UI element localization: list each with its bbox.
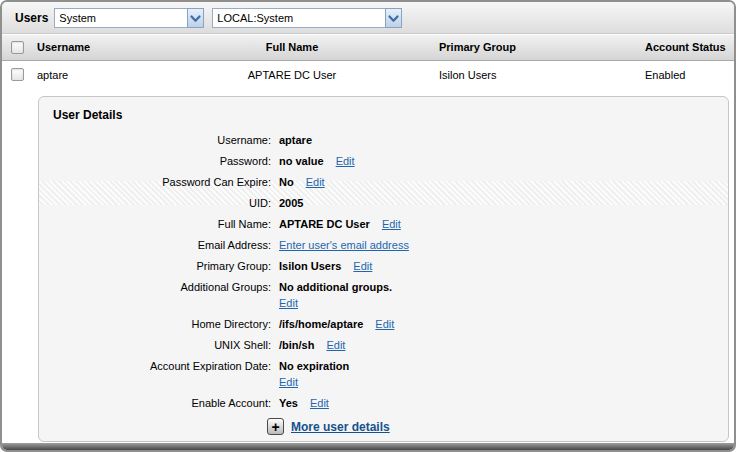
field-value: No expiration — [279, 360, 349, 372]
chevron-down-icon — [190, 9, 201, 27]
column-header-primary-group[interactable]: Primary Group — [407, 41, 645, 53]
field-label: Account Expiration Date: — [53, 359, 271, 390]
select-all-checkbox[interactable] — [11, 41, 24, 54]
expand-details-button[interactable]: + — [267, 418, 284, 435]
field-label: Full Name: — [53, 217, 271, 232]
edit-link[interactable]: Edit — [279, 376, 298, 388]
detail-field-row: Enable Account:YesEdit — [53, 393, 714, 414]
provider-combobox — [212, 8, 402, 28]
field-value: /ifs/home/aptare — [279, 318, 363, 330]
field-value: Yes — [279, 397, 298, 409]
edit-link[interactable]: Edit — [279, 297, 298, 309]
edit-link[interactable]: Edit — [336, 155, 355, 167]
edit-link[interactable]: Edit — [326, 339, 345, 351]
edit-link[interactable]: Edit — [375, 318, 394, 330]
detail-field-row: Primary Group:Isilon UsersEdit — [53, 256, 714, 277]
field-value: APTARE DC User — [279, 218, 370, 230]
field-value-wrap: APTARE DC UserEdit — [279, 217, 714, 232]
more-user-details-link[interactable]: More user details — [291, 420, 390, 434]
field-value-wrap: /bin/shEdit — [279, 338, 714, 353]
zone-select-trigger[interactable] — [187, 8, 204, 28]
edit-link[interactable]: Edit — [310, 397, 329, 409]
zone-combobox — [54, 8, 204, 28]
detail-field-row: Email Address:Enter user's email address — [53, 235, 714, 256]
edit-link[interactable]: Edit — [382, 218, 401, 230]
users-label: Users — [15, 11, 48, 25]
edit-line: Edit — [279, 375, 714, 390]
cell-username: aptare — [37, 69, 177, 81]
detail-field-row: Full Name:APTARE DC UserEdit — [53, 214, 714, 235]
details-field-list: Username:aptarePassword:no valueEditPass… — [53, 130, 714, 414]
field-value: /bin/sh — [279, 339, 314, 351]
field-label: UNIX Shell: — [53, 338, 271, 353]
chevron-down-icon — [388, 9, 399, 27]
field-value: No additional groups. — [279, 281, 392, 293]
detail-field-row: Password Can Expire:NoEdit — [53, 172, 714, 193]
field-value-wrap: NoEdit — [279, 175, 714, 190]
cell-account-status: Enabled — [645, 69, 734, 81]
provider-select-trigger[interactable] — [385, 8, 402, 28]
field-label: Password: — [53, 154, 271, 169]
field-label: UID: — [53, 196, 271, 211]
field-value-wrap: No expirationEdit — [279, 359, 714, 390]
field-value-wrap: aptare — [279, 133, 714, 148]
more-details-row: + More user details — [267, 418, 714, 435]
edit-link[interactable]: Edit — [306, 176, 325, 188]
detail-field-row: Additional Groups:No additional groups.E… — [53, 277, 714, 314]
row-checkbox[interactable] — [11, 68, 24, 81]
field-value-wrap: /ifs/home/aptareEdit — [279, 317, 714, 332]
field-value: Isilon Users — [279, 260, 341, 272]
field-value-wrap: YesEdit — [279, 396, 714, 411]
column-header-account-status[interactable]: Account Status — [645, 41, 734, 53]
field-value: No — [279, 176, 294, 188]
user-details-panel: User Details Username:aptarePassword:no … — [38, 96, 729, 442]
field-value: aptare — [279, 134, 312, 146]
field-label: Home Directory: — [53, 317, 271, 332]
edit-line: Edit — [279, 296, 714, 311]
cell-fullname: APTARE DC User — [177, 69, 407, 81]
field-label: Email Address: — [53, 238, 271, 253]
field-value: 2005 — [279, 197, 303, 209]
detail-field-row: UNIX Shell:/bin/shEdit — [53, 335, 714, 356]
field-label: Username: — [53, 133, 271, 148]
details-title: User Details — [53, 108, 714, 122]
field-value-link[interactable]: Enter user's email address — [279, 239, 409, 251]
edit-link[interactable]: Edit — [353, 260, 372, 272]
cell-primary-group: Isilon Users — [407, 69, 645, 81]
column-header-fullname[interactable]: Full Name — [177, 41, 407, 53]
table-header: Username Full Name Primary Group Account… — [2, 34, 734, 61]
field-value-wrap: No additional groups.Edit — [279, 280, 714, 311]
field-label: Primary Group: — [53, 259, 271, 274]
plus-icon: + — [271, 420, 279, 434]
table-row[interactable]: aptare APTARE DC User Isilon Users Enabl… — [2, 61, 734, 88]
detail-field-row: Password:no valueEdit — [53, 151, 714, 172]
detail-field-row: UID:2005 — [53, 193, 714, 214]
detail-field-row: Account Expiration Date:No expirationEdi… — [53, 356, 714, 393]
provider-select-input[interactable] — [212, 8, 385, 28]
column-header-username[interactable]: Username — [37, 41, 177, 53]
field-value-wrap: 2005 — [279, 196, 714, 211]
field-label: Password Can Expire: — [53, 175, 271, 190]
zone-select-input[interactable] — [54, 8, 187, 28]
window-bottom-edge — [2, 443, 734, 450]
toolbar: Users — [2, 2, 734, 34]
field-value-wrap: Enter user's email address — [279, 238, 714, 253]
field-label: Enable Account: — [53, 396, 271, 411]
field-label: Additional Groups: — [53, 280, 271, 311]
detail-field-row: Username:aptare — [53, 130, 714, 151]
field-value-wrap: Isilon UsersEdit — [279, 259, 714, 274]
users-window: Users Username Full Name Primary Group A… — [0, 0, 736, 452]
detail-field-row: Home Directory:/ifs/home/aptareEdit — [53, 314, 714, 335]
field-value-wrap: no valueEdit — [279, 154, 714, 169]
field-value: no value — [279, 155, 324, 167]
